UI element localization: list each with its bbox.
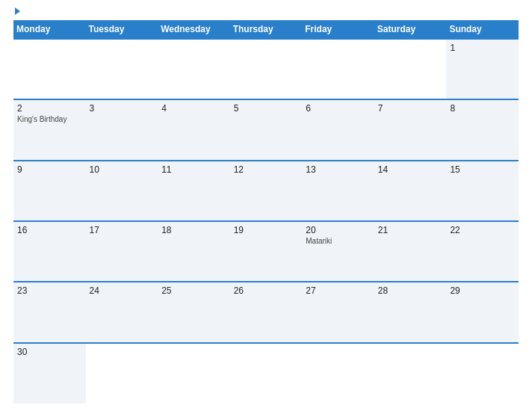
calendar-cell: 5	[230, 99, 303, 160]
calendar-cell	[158, 39, 230, 99]
calendar-cell: 9	[13, 161, 86, 221]
calendar-cell: 7	[374, 99, 447, 160]
calendar-cell	[158, 343, 230, 404]
day-number: 24	[90, 285, 155, 296]
day-number: 16	[17, 225, 82, 235]
calendar-cell: 29	[446, 282, 519, 342]
event-label: Matariki	[306, 237, 371, 245]
day-number: 3	[90, 103, 155, 114]
day-number: 18	[161, 225, 226, 235]
calendar-cell	[86, 343, 158, 404]
logo-blue-text	[13, 7, 20, 16]
day-number: 23	[17, 285, 82, 296]
day-number: 7	[378, 103, 443, 114]
calendar-cell: 22	[446, 221, 519, 282]
week-row-1: 1	[13, 39, 519, 99]
day-number: 29	[450, 285, 515, 296]
calendar-cell	[86, 39, 158, 99]
day-header-thursday: Thursday	[230, 20, 303, 39]
day-header-sunday: Sunday	[446, 20, 519, 39]
day-number: 15	[450, 164, 515, 175]
logo-triangle-icon	[15, 7, 20, 15]
calendar-cell: 15	[446, 161, 519, 221]
day-number: 21	[378, 225, 443, 235]
day-header-tuesday: Tuesday	[86, 20, 158, 39]
day-number: 17	[90, 225, 155, 235]
calendar-cell: 12	[230, 161, 303, 221]
calendar-cell: 23	[13, 282, 86, 342]
day-number: 22	[450, 225, 515, 235]
day-number: 6	[306, 103, 371, 114]
calendar-cell	[446, 343, 519, 404]
calendar-cell: 21	[374, 221, 447, 282]
calendar-cell	[230, 343, 303, 404]
day-number: 2	[17, 103, 82, 114]
calendar-cell	[374, 39, 447, 99]
calendar-table: MondayTuesdayWednesdayThursdayFridaySatu…	[13, 20, 519, 404]
day-number: 25	[161, 285, 226, 296]
calendar-cell: 28	[374, 282, 447, 342]
day-number: 26	[234, 285, 299, 296]
calendar-cell	[302, 39, 374, 99]
day-number: 12	[234, 164, 299, 175]
calendar-cell	[374, 343, 447, 404]
day-header-wednesday: Wednesday	[158, 20, 230, 39]
calendar-cell: 13	[302, 161, 374, 221]
header	[13, 7, 519, 16]
day-number: 10	[90, 164, 155, 175]
logo	[13, 7, 20, 16]
calendar-cell: 14	[374, 161, 447, 221]
day-number: 20	[306, 225, 371, 235]
calendar-cell: 25	[158, 282, 230, 342]
week-row-4: 1617181920Matariki2122	[13, 221, 519, 282]
calendar-cell: 10	[86, 161, 158, 221]
days-header-row: MondayTuesdayWednesdayThursdayFridaySatu…	[13, 20, 519, 39]
calendar-cell: 4	[158, 99, 230, 160]
calendar-cell: 20Matariki	[302, 221, 374, 282]
calendar-cell: 8	[446, 99, 519, 160]
calendar-cell: 3	[86, 99, 158, 160]
calendar-cell	[13, 39, 86, 99]
day-number: 27	[306, 285, 371, 296]
day-number: 19	[234, 225, 299, 235]
calendar-cell: 11	[158, 161, 230, 221]
calendar-cell: 24	[86, 282, 158, 342]
calendar-cell: 18	[158, 221, 230, 282]
day-number: 13	[306, 164, 371, 175]
day-number: 11	[161, 164, 226, 175]
day-number: 9	[17, 164, 82, 175]
day-number: 5	[234, 103, 299, 114]
calendar-cell: 17	[86, 221, 158, 282]
calendar-cell: 6	[302, 99, 374, 160]
calendar-cell	[302, 343, 374, 404]
day-header-friday: Friday	[302, 20, 374, 39]
day-number: 8	[450, 103, 515, 114]
day-number: 28	[378, 285, 443, 296]
week-row-2: 2King's Birthday345678	[13, 99, 519, 160]
calendar-cell: 16	[13, 221, 86, 282]
calendar-body: 12King's Birthday34567891011121314151617…	[13, 39, 519, 404]
day-header-monday: Monday	[13, 20, 86, 39]
day-header-saturday: Saturday	[374, 20, 447, 39]
calendar-cell: 26	[230, 282, 303, 342]
page: MondayTuesdayWednesdayThursdayFridaySatu…	[0, 0, 532, 411]
day-number: 30	[17, 347, 82, 357]
calendar-cell: 19	[230, 221, 303, 282]
week-row-3: 9101112131415	[13, 161, 519, 221]
calendar-cell: 30	[13, 343, 86, 404]
week-row-5: 23242526272829	[13, 282, 519, 342]
week-row-6: 30	[13, 343, 519, 404]
day-number: 14	[378, 164, 443, 175]
calendar-cell	[230, 39, 303, 99]
day-number: 1	[450, 43, 515, 53]
day-number: 4	[161, 103, 226, 114]
calendar-cell: 2King's Birthday	[13, 99, 86, 160]
event-label: King's Birthday	[17, 115, 82, 123]
calendar-cell: 27	[302, 282, 374, 342]
calendar-cell: 1	[446, 39, 519, 99]
